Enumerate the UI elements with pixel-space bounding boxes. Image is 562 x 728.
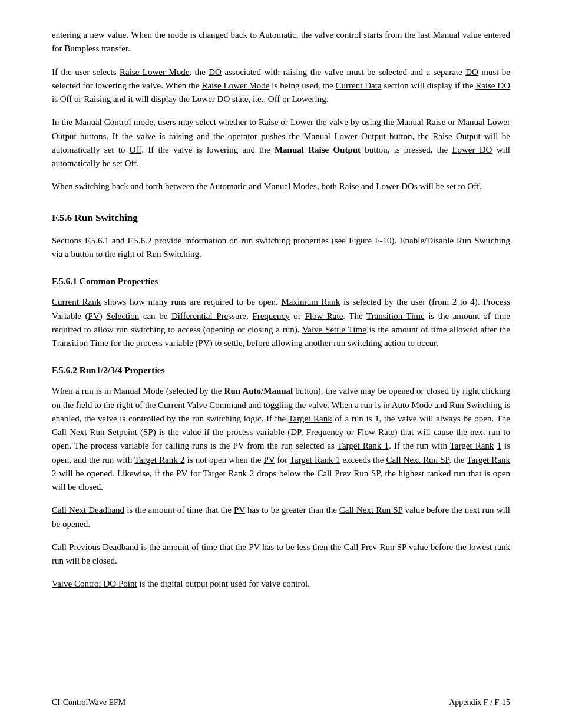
section-f56-intro: Sections F.5.6.1 and F.5.6.2 provide inf… [52,234,510,262]
valve-control-do-point-ref: Valve Control DO Point [52,579,137,588]
current-valve-command-ref: Current Valve Command [158,400,246,410]
run-switching-ref: Run Switching [146,249,199,259]
section-f56-heading: F.5.6 Run Switching [52,210,510,226]
paragraph-3: In the Manual Control mode, users may se… [52,116,510,170]
paragraph-4: When switching back and forth between th… [52,180,510,193]
lower-dos-ref: Lower DO [376,182,414,191]
pv-ref3: PV [264,455,275,465]
lower-do-ref2: Lower DO [452,145,492,154]
paragraph-1: entering a new value. When the mode is c… [52,28,510,56]
do-ref2: DO [465,67,478,77]
page: entering a new value. When the mode is c… [0,0,562,728]
target-rank-2-ref1: Target Rank 2 [134,455,184,465]
current-data-ref: Current Data [336,81,382,90]
dp-ref: DP [290,427,301,437]
footer-left: CI-ControlWave EFM [52,696,125,709]
transition-time-ref2: Transition Time [52,338,108,348]
do-ref1: DO [209,67,222,77]
lower-do-ref1: Lower DO [192,94,230,104]
raise-lower-mode-ref2: Raise Lower Mode [201,81,269,90]
sp-ref: SP [143,427,153,437]
maximum-rank-ref: Maximum Rank [281,297,340,307]
call-next-run-sp-ref2: Call Next Run SP [339,505,402,515]
frequency-ref1: Frequency [252,311,289,321]
call-next-run-sp-ref1: Call Next Run SP [386,455,449,465]
pv-ref2: PV [199,338,210,348]
valve-settle-time-ref: Valve Settle Time [302,325,366,334]
flow-rate-ref1: Flow Rate [305,311,343,321]
target-rank-ref1: Target Rank [288,414,332,423]
call-prev-run-sp-ref1: Call Prev Run SP [317,469,380,478]
raise-output-ref: Raise Output [432,131,480,141]
current-rank-ref: Current Rank [52,297,101,307]
lowering-ref: Lowering [292,94,326,104]
frequency-ref2: Frequency [306,427,343,437]
section-f562-paragraph4: Valve Control DO Point is the digital ou… [52,577,510,591]
target-rank-1-underline: 1 [497,441,501,450]
off-ref5: Off [467,182,480,191]
call-previous-deadband-ref: Call Previous Deadband [52,542,138,552]
target-rank-ref2: Target Rank [450,441,494,450]
footer-right: Appendix F / F-15 [449,696,510,709]
off-ref2: Off [268,94,280,104]
raise-ref: Raise [339,182,359,191]
run-auto-manual-bold: Run Auto/Manual [224,386,293,396]
raise-do-ref: Raise DO [475,81,510,90]
transition-time-ref1: Transition Time [366,311,425,321]
differential-pressure-ref: Differential Pre [171,311,228,321]
raising-ref: Raising [84,94,111,104]
page-footer: CI-ControlWave EFM Appendix F / F-15 [52,696,510,709]
call-next-deadband-ref: Call Next Deadband [52,505,124,515]
section-f562-paragraph1: When a run is in Manual Mode (selected b… [52,384,510,494]
manual-lower-output-ref2: Manual Lower Output [303,131,385,141]
section-f562-paragraph3: Call Previous Deadband is the amount of … [52,541,510,568]
target-rank-1-ref2: Target Rank 1 [290,455,340,465]
section-f561-paragraph: Current Rank shows how many runs are req… [52,295,510,350]
pv-ref5: PV [234,505,245,515]
target-rank-2-ref3: Target Rank 2 [203,469,254,478]
off-ref4: Off [125,159,137,168]
manual-raise-ref: Manual Raise [396,117,445,127]
selection-ref: Selection [106,311,139,321]
call-next-run-setpoint-ref: Call Next Run Setpoint [52,427,137,437]
bumpless-ref: Bumpless [64,44,99,53]
off-ref3: Off [130,145,142,154]
section-f562-heading: F.5.6.2 Run1/2/3/4 Properties [52,363,510,377]
section-f562-paragraph2: Call Next Deadband is the amount of time… [52,503,510,531]
call-prev-run-sp-ref2: Call Prev Run SP [343,542,406,552]
raise-lower-mode-ref1: Raise Lower Mode [120,67,189,77]
pv-ref4: PV [176,469,187,478]
off-ref1: Off [60,94,72,104]
section-f561-heading: F.5.6.1 Common Properties [52,274,510,288]
run-switching-ref2: Run Switching [449,400,503,410]
pv-ref1: PV [88,311,100,321]
manual-raise-output-bold: Manual Raise Output [275,145,361,154]
flow-rate-ref2: Flow Rate [357,427,395,437]
paragraph-2: If the user selects Raise Lower Mode, th… [52,65,510,107]
target-rank-1-ref1: Target Rank 1 [338,441,389,450]
pv-ref6: PV [249,542,260,552]
